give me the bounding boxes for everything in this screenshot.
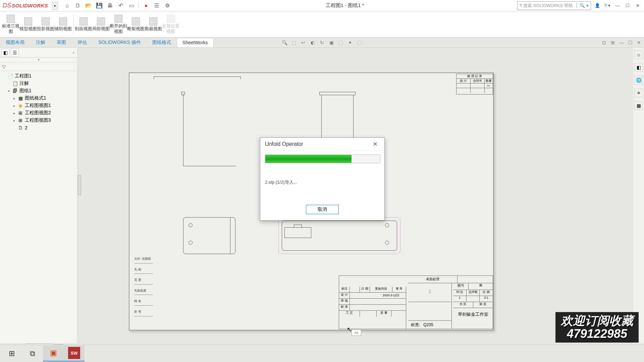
ribbon-aux-view[interactable]: 辅助视图	[54, 13, 72, 36]
user-icon[interactable]: 👤	[594, 2, 601, 9]
windows-taskbar: ⊞ ⧉ ▣ SW	[0, 345, 644, 362]
taskbar-powerpoint-icon[interactable]: ▣	[43, 346, 64, 362]
help-search-input[interactable]: ? 搜索 SOLIDWORKS 帮助 🔍 ▾	[517, 1, 591, 10]
ribbon-section-view[interactable]: 剖面视图	[75, 13, 92, 36]
feature-tree: 📄工程图1 📋注解 ▾🗐图纸1 ▸▦图纸格式1 ▸◉工程图视图1 ▸⊞工程图视图…	[0, 71, 77, 133]
settings-icon[interactable]: ⚙	[163, 2, 172, 10]
logo-ds-icon: DS	[3, 2, 11, 9]
tree-view-2[interactable]: ▸⊞工程图视图2	[1, 109, 77, 117]
tree-item-2[interactable]: 🗋2	[1, 124, 77, 131]
display-style-icon[interactable]: ▣	[328, 39, 335, 46]
doc-collapse-icon[interactable]: ⊡	[600, 39, 608, 46]
rebuild-icon[interactable]: ●	[142, 2, 150, 10]
ribbon-projected-view[interactable]: 投影视图	[37, 13, 54, 36]
select-icon[interactable]: ▭	[127, 2, 136, 10]
taskpane-view-palette-icon[interactable]: ▦	[634, 101, 643, 110]
maximize-button[interactable]: ☐	[624, 2, 631, 9]
ribbon-break-view[interactable]: 断裂视图	[127, 13, 145, 36]
notes-column: 元件: 压痕线 毛 刺 宽 度 毛刺高度 锐 角 折 弯	[134, 255, 153, 319]
tree-view-3[interactable]: ▸⊞工程图视图3	[1, 117, 77, 124]
app-logo: DS SOLIDWORKS	[0, 2, 51, 9]
hide-show-icon[interactable]: ◯	[337, 39, 344, 46]
property-tab[interactable]: ☰	[11, 49, 19, 57]
minimize-button[interactable]: —	[614, 2, 621, 9]
logo-text: SOLIDWORKS	[12, 3, 48, 8]
dialog-status-text: 2.stp (1/2)导入...	[265, 179, 380, 185]
tab-sheetworks[interactable]: SheetWorks	[177, 38, 214, 47]
taskpane-home-icon[interactable]: ⌂	[634, 50, 643, 59]
view-orient-icon[interactable]: ↻	[318, 39, 326, 46]
feature-manager-panel: ◧ ☰ › ● ▽ 📄工程图1 📋注解 ▾🗐图纸1 ▸▦图纸格式1 ▸◉工程图视…	[0, 48, 78, 343]
doc-maximize-icon[interactable]: ☐	[627, 39, 634, 46]
open-icon[interactable]: 📂	[84, 2, 93, 10]
search-placeholder: 搜索 SOLIDWORKS 帮助	[523, 3, 573, 9]
taskpane-web-icon[interactable]: 🌐	[634, 76, 643, 84]
undo-icon[interactable]: ↶	[116, 2, 125, 10]
tab-addins[interactable]: SOLIDWORKS 插件	[93, 38, 147, 48]
options-icon[interactable]: ☰	[152, 2, 161, 10]
filter-icon[interactable]: ▽	[2, 64, 6, 69]
mouse-cursor-icon: ↖	[347, 326, 352, 333]
app-menu-arrow[interactable]: ▸	[52, 2, 58, 10]
new-icon[interactable]: 🗋	[73, 2, 82, 10]
heads-up-view-toolbar: 🔍 ⬚ ↩ ◐ ↻ ▣ ◯ ✦ ◯	[281, 39, 363, 46]
home-icon[interactable]: ⌂	[63, 2, 71, 10]
taskbar-solidworks-icon[interactable]: SW	[64, 346, 85, 362]
ribbon-toolbar: 标准三视图 模型视图 投影视图 辅助视图 剖面视图 局部视图 断开的剖视图 断裂…	[0, 11, 644, 38]
video-watermark: 欢迎订阅收藏 479122985	[555, 312, 639, 343]
progress-bar	[265, 155, 380, 163]
tab-evaluate[interactable]: 评估	[72, 38, 93, 48]
progress-fill	[265, 155, 352, 163]
titleblock-bottom: 表面处理 标注 日 期 更改内容 签 章 设 计	[339, 276, 493, 329]
feature-tree-tab[interactable]: ◧	[1, 49, 9, 57]
task-view-button[interactable]: ⧉	[22, 346, 43, 362]
tab-sheet-format[interactable]: 图纸格式	[147, 38, 177, 48]
edit-appearance-icon[interactable]: ✦	[346, 39, 354, 46]
save-icon[interactable]: 💾	[95, 2, 104, 10]
apply-scene-icon[interactable]: ◯	[356, 39, 363, 46]
unfold-operator-dialog: Unfold Operator ✕ 2.stp (1/2)导入... 取消	[260, 137, 385, 221]
taskpane-resources-icon[interactable]: ◧	[634, 63, 643, 72]
taskpane-custom-icon[interactable]: ≡	[634, 88, 643, 97]
ribbon-model-view[interactable]: 模型视图	[19, 13, 37, 36]
tree-annotations[interactable]: 📋注解	[1, 80, 77, 87]
panel-expand-arrow[interactable]: ›	[71, 50, 76, 55]
tree-sheet-format[interactable]: ▸▦图纸格式1	[1, 95, 77, 102]
doc-minimize-icon[interactable]: —	[618, 39, 625, 46]
tree-root[interactable]: 📄工程图1	[1, 72, 77, 80]
ribbon-crop-view[interactable]: 剪裁视图	[145, 13, 162, 36]
ribbon-broken-section[interactable]: 断开的剖视图	[110, 13, 127, 36]
dialog-title-text: Unfold Operator	[265, 141, 303, 147]
panel-splitter[interactable]	[78, 175, 81, 195]
window-title: 工程图1 - 图纸1 *	[175, 2, 515, 9]
ribbon-alt-position: 交替位置视图	[162, 13, 179, 36]
ribbon-detail-view[interactable]: 局部视图	[92, 13, 110, 36]
dialog-close-button[interactable]: ✕	[370, 139, 380, 149]
tree-view-1[interactable]: ▸◉工程图视图1	[1, 102, 77, 109]
doc-expand-icon[interactable]: ⊞	[609, 39, 616, 46]
tab-annotation[interactable]: 注解	[30, 38, 51, 48]
panel-tab-row: ◧ ☰ ›	[0, 48, 77, 58]
dialog-titlebar: Unfold Operator ✕	[260, 138, 384, 150]
titlebar: DS SOLIDWORKS ▸ ⌂ 🗋 📂 💾 🖶 ↶ ▭ ● ☰ ⚙ 工程图1…	[0, 0, 644, 11]
zoom-fit-icon[interactable]: 🔍	[281, 39, 288, 46]
command-tabs: 视图布局 注解 草图 评估 SOLIDWORKS 插件 图纸格式 SheetWo…	[0, 38, 644, 48]
search-icon[interactable]: 🔍 ▾	[577, 3, 589, 8]
section-view-icon[interactable]: ◐	[309, 39, 316, 46]
zoom-area-icon[interactable]: ⬚	[290, 39, 298, 46]
print-icon[interactable]: 🖶	[106, 2, 114, 10]
tree-sheet[interactable]: ▾🗐图纸1	[1, 87, 77, 95]
cancel-button[interactable]: 取消	[306, 205, 339, 214]
doc-close-icon[interactable]: ✕	[635, 39, 643, 46]
quick-access-toolbar: ⌂ 🗋 📂 💾 🖶 ↶ ▭ ● ☰ ⚙	[59, 2, 175, 10]
task-pane: ⌂ ◧ 🌐 ≡ ▦	[633, 48, 644, 343]
ribbon-std-three-view[interactable]: 标准三视图	[2, 13, 19, 36]
tab-sketch[interactable]: 草图	[51, 38, 72, 48]
prev-view-icon[interactable]: ↩	[300, 39, 307, 46]
help-question-icon: ?	[520, 3, 522, 8]
cursor-tooltip: ▭	[352, 329, 361, 336]
tab-view-layout[interactable]: 视图布局	[0, 38, 30, 48]
start-button[interactable]: ⊞	[1, 346, 22, 362]
help-dropdown-icon[interactable]: ? ▾	[604, 2, 611, 9]
close-button[interactable]: ✕	[634, 2, 641, 9]
